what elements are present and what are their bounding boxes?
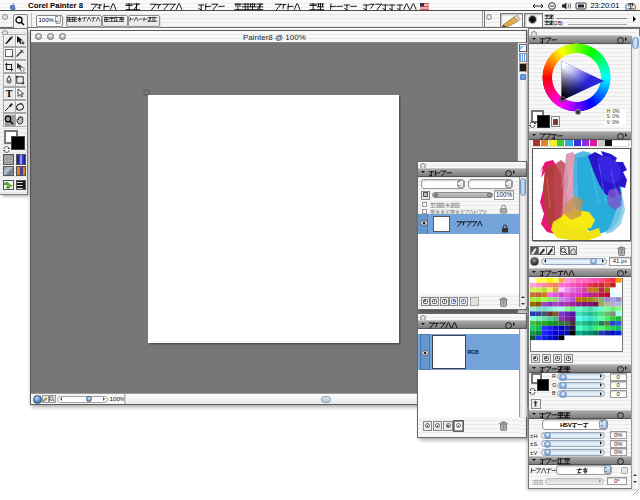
svg-text:T: T <box>5 88 12 98</box>
svg-text:H: H <box>534 432 538 438</box>
svg-text:): ) <box>634 3 636 11</box>
svg-text:): ) <box>561 21 563 26</box>
svg-text:(: ( <box>625 3 628 11</box>
svg-text:S: S <box>534 441 538 447</box>
svg-text:V: V <box>534 449 538 455</box>
svg-text:V: V <box>568 421 573 428</box>
